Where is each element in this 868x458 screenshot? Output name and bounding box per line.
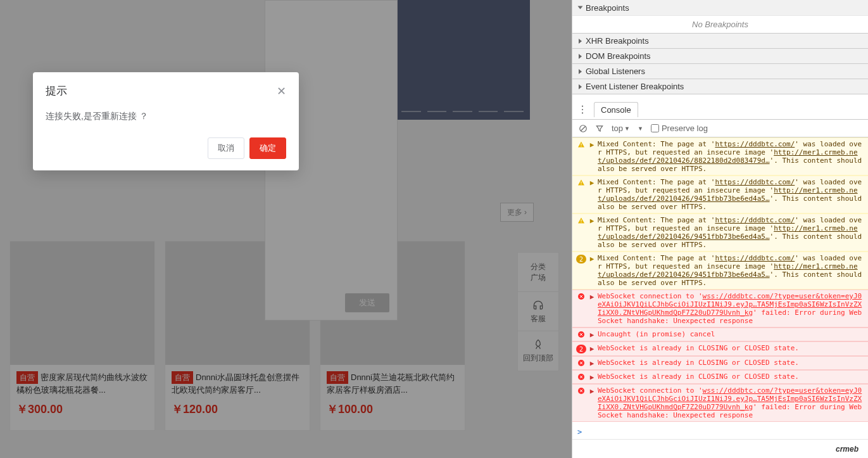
ban-icon[interactable] [579,124,588,133]
context-selector[interactable]: top ▼ [612,124,630,133]
xhr-label: XHR Breakpoints [586,36,649,46]
kebab-icon[interactable]: ⋯ [577,105,589,115]
expand-arrow-icon[interactable]: ▶ [586,386,598,395]
breakpoints-header[interactable]: Breakpoints [572,0,868,15]
log-message: WebSocket is already in CLOSING or CLOSE… [598,344,863,352]
preserve-log-toggle[interactable]: Preserve log [651,124,708,133]
log-message: WebSocket connection to 'wss://dddbtc.co… [598,292,863,325]
console-warning[interactable]: ▶Mixed Content: The page at 'https://ddd… [572,137,868,175]
triangle-right-icon [579,39,582,44]
svg-line-1 [581,126,586,130]
triangle-down-icon [578,6,583,10]
repeat-count-badge: 2 [576,255,586,264]
svg-rect-4 [581,182,582,184]
triangle-right-icon [579,69,582,74]
console-warning[interactable]: ▶Mixed Content: The page at 'https://ddd… [572,213,868,251]
log-message: WebSocket connection to 'wss://dddbtc.co… [598,386,863,419]
prompt-symbol: > [577,428,582,436]
confirm-label: 确定 [260,143,276,154]
brand-footer: crmeb [572,439,868,458]
console-prompt[interactable]: > [572,425,868,439]
error-icon [576,386,586,395]
cancel-button[interactable]: 取消 [208,137,244,159]
error-icon [576,359,586,367]
dom-label: DOM Breakpoints [586,51,651,61]
webpage-pane: 更多 › 自营居现代简约透明彩璃花瓶仿真花...自营密度家居现代简约曲线水波纹橘… [0,0,572,458]
repeat-count-badge: 2 [576,345,586,353]
warning-icon: 2 [576,254,586,264]
console-warning[interactable]: 2▶Mixed Content: The page at 'https://dd… [572,251,868,289]
console-warning[interactable]: ▶Mixed Content: The page at 'https://ddd… [572,175,868,213]
svg-rect-6 [581,220,582,222]
triangle-down-icon[interactable]: ▼ [638,125,643,132]
expand-arrow-icon[interactable]: ▶ [586,140,598,149]
log-message: Mixed Content: The page at 'https://dddb… [598,254,863,287]
brand-label: crmeb [836,445,859,454]
close-icon[interactable]: ✕ [277,84,286,98]
console-error[interactable]: ▶WebSocket connection to 'wss://dddbtc.c… [572,289,868,328]
xhr-breakpoints-header[interactable]: XHR Breakpoints [572,33,868,48]
log-message: Mixed Content: The page at 'https://dddb… [598,216,863,249]
warning-icon [576,140,586,148]
no-breakpoints-text: No Breakpoints [572,15,868,33]
error-icon: 2 [576,344,586,353]
triangle-down-icon: ▼ [624,125,630,132]
svg-rect-3 [581,146,582,147]
console-toolbar: top ▼ ▼ Preserve log [572,120,868,137]
log-message: Mixed Content: The page at 'https://dddb… [598,140,863,173]
error-icon [576,372,586,381]
svg-rect-2 [581,144,582,146]
preserve-log-label: Preserve log [662,124,708,133]
event-label: Event Listener Breakpoints [586,82,684,91]
event-listener-breakpoints-header[interactable]: Event Listener Breakpoints [572,79,868,94]
expand-arrow-icon[interactable]: ▶ [586,344,598,353]
console-tab[interactable]: Console [594,102,638,117]
svg-rect-5 [581,184,582,185]
console-log[interactable]: ▶Mixed Content: The page at 'https://ddd… [572,137,868,425]
log-message: WebSocket is already in CLOSING or CLOSE… [598,359,863,367]
log-message: Mixed Content: The page at 'https://dddb… [598,178,863,211]
expand-arrow-icon[interactable]: ▶ [586,292,598,301]
cancel-label: 取消 [218,143,234,154]
triangle-right-icon [579,84,582,89]
log-message: Uncaught (in promise) cancel [598,330,863,338]
warning-icon [576,216,586,224]
console-error[interactable]: ▶Uncaught (in promise) cancel [572,328,868,341]
warning-icon [576,178,586,186]
funnel-icon[interactable] [595,124,604,133]
console-error[interactable]: ▶WebSocket is already in CLOSING or CLOS… [572,370,868,384]
global-label: Global Listeners [586,67,645,76]
context-label: top [612,124,623,133]
modal-title: 提示 [46,84,67,98]
expand-arrow-icon[interactable]: ▶ [586,254,598,263]
global-listeners-header[interactable]: Global Listeners [572,63,868,79]
devtools-pane: Breakpoints No Breakpoints XHR Breakpoin… [572,0,868,458]
expand-arrow-icon[interactable]: ▶ [586,359,598,367]
log-message: WebSocket is already in CLOSING or CLOSE… [598,372,863,381]
modal-message: 连接失败,是否重新连接 ？ [46,111,286,122]
modal-backdrop [0,0,572,458]
dom-breakpoints-header[interactable]: DOM Breakpoints [572,48,868,63]
svg-rect-7 [581,222,582,223]
expand-arrow-icon[interactable]: ▶ [586,330,598,339]
confirm-modal: 提示 ✕ 连接失败,是否重新连接 ？ 取消 确定 [33,72,299,170]
expand-arrow-icon[interactable]: ▶ [586,372,598,381]
error-icon [576,330,586,338]
console-tabbar: ⋯ Console [572,99,868,120]
console-tab-label: Console [601,105,631,115]
expand-arrow-icon[interactable]: ▶ [586,216,598,225]
console-error[interactable]: 2▶WebSocket is already in CLOSING or CLO… [572,341,868,356]
debugger-sections: Breakpoints No Breakpoints XHR Breakpoin… [572,0,868,94]
error-icon [576,292,586,300]
console-error[interactable]: ▶WebSocket is already in CLOSING or CLOS… [572,356,868,370]
breakpoints-label: Breakpoints [586,3,629,13]
triangle-right-icon [579,54,582,59]
confirm-button[interactable]: 确定 [249,137,286,159]
console-error[interactable]: ▶WebSocket connection to 'wss://dddbtc.c… [572,384,868,422]
expand-arrow-icon[interactable]: ▶ [586,178,598,187]
preserve-log-checkbox[interactable] [651,124,659,132]
